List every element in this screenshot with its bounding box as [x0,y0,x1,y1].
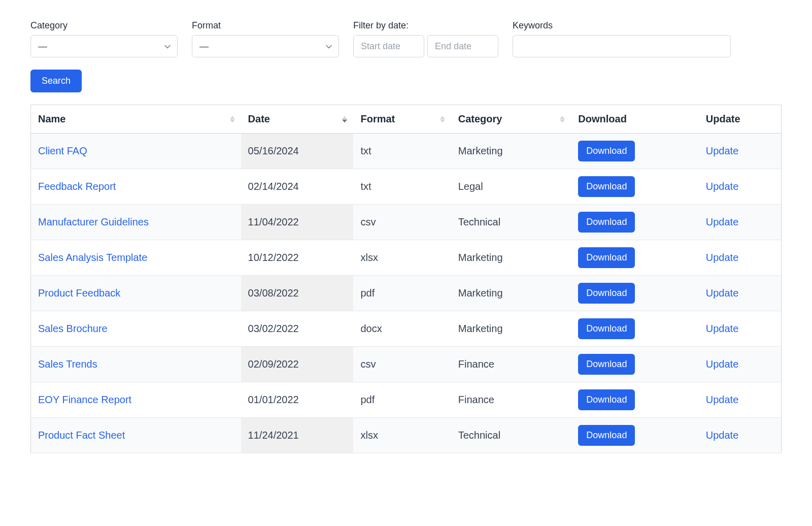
cell-format: txt [353,134,451,169]
filter-bar: Category — Format — Filter by date: [30,20,782,57]
format-select[interactable]: — [192,35,339,57]
column-header-label: Date [248,113,270,124]
table-row: Client FAQ05/16/2024txtMarketingDownload… [31,134,782,169]
cell-category: Legal [451,169,571,205]
sort-icon [560,116,565,122]
sort-icon [230,116,235,122]
document-name-link[interactable]: Feedback Report [38,181,116,192]
cell-category: Marketing [451,311,571,347]
cell-category: Technical [451,418,571,453]
document-name-link[interactable]: Manufacturer Guidelines [38,216,149,227]
document-name-link[interactable]: Sales Analysis Template [38,252,147,263]
cell-format: csv [353,205,451,240]
document-name-link[interactable]: EOY Finance Report [38,394,131,405]
download-button[interactable]: Download [578,141,635,161]
category-select[interactable]: — [30,35,178,57]
update-link[interactable]: Update [706,216,739,227]
format-filter: Format — [192,20,339,57]
cell-date: 02/14/2024 [241,169,354,205]
cell-date: 11/24/2021 [241,418,354,453]
format-label: Format [192,20,339,31]
cell-format: csv [353,347,451,382]
table-row: Sales Brochure03/02/2022docxMarketingDow… [31,311,782,347]
category-label: Category [30,20,178,31]
sort-icon [342,116,347,122]
column-header-label: Update [706,113,740,124]
column-header-name[interactable]: Name [31,105,241,134]
download-button[interactable]: Download [578,389,635,410]
cell-date: 10/12/2022 [241,240,354,276]
cell-category: Technical [451,205,571,240]
cell-date: 02/09/2022 [241,347,354,382]
download-button[interactable]: Download [578,425,635,446]
cell-category: Finance [451,347,571,382]
cell-format: pdf [353,382,451,418]
download-button[interactable]: Download [578,212,635,233]
cell-format: docx [353,311,451,347]
document-name-link[interactable]: Sales Brochure [38,323,108,334]
cell-date: 05/16/2024 [241,134,354,169]
column-header-download: Download [571,105,698,134]
table-row: Product Feedback03/08/2022pdfMarketingDo… [31,276,782,311]
download-button[interactable]: Download [578,176,635,197]
table-row: EOY Finance Report01/01/2022pdfFinanceDo… [31,382,782,418]
download-button[interactable]: Download [578,247,635,268]
keywords-input[interactable] [513,35,731,57]
start-date-input[interactable] [353,35,424,57]
keywords-label: Keywords [513,20,731,31]
table-row: Sales Trends02/09/2022csvFinanceDownload… [31,347,782,382]
table-row: Product Fact Sheet11/24/2021xlsxTechnica… [31,418,782,453]
update-link[interactable]: Update [706,252,739,263]
table-row: Manufacturer Guidelines11/04/2022csvTech… [31,205,782,240]
update-link[interactable]: Update [706,145,739,156]
cell-format: pdf [353,276,451,311]
keywords-filter: Keywords [513,20,731,57]
document-name-link[interactable]: Client FAQ [38,145,87,156]
end-date-input[interactable] [427,35,498,57]
document-name-link[interactable]: Sales Trends [38,358,97,370]
cell-category: Marketing [451,134,571,169]
column-header-update: Update [699,105,782,134]
column-header-label: Name [38,113,65,124]
cell-category: Marketing [451,276,571,311]
column-header-label: Download [578,113,627,124]
cell-date: 03/02/2022 [241,311,354,347]
cell-format: txt [353,169,451,205]
cell-format: xlsx [353,240,451,276]
column-header-label: Format [360,113,395,124]
cell-category: Finance [451,382,571,418]
download-button[interactable]: Download [578,283,635,304]
column-header-date[interactable]: Date [241,105,354,134]
date-filter: Filter by date: [353,20,498,57]
column-header-category[interactable]: Category [451,105,571,134]
documents-table: Name Date Format Category [30,105,782,453]
column-header-format[interactable]: Format [353,105,451,134]
download-button[interactable]: Download [578,354,635,375]
update-link[interactable]: Update [706,181,739,192]
update-link[interactable]: Update [706,358,739,370]
cell-category: Marketing [451,240,571,276]
cell-date: 01/01/2022 [241,382,354,418]
cell-date: 11/04/2022 [241,205,354,240]
update-link[interactable]: Update [706,287,739,299]
cell-format: xlsx [353,418,451,453]
category-filter: Category — [30,20,178,57]
document-name-link[interactable]: Product Fact Sheet [38,430,125,441]
table-row: Feedback Report02/14/2024txtLegalDownloa… [31,169,782,205]
search-button[interactable]: Search [30,70,82,92]
download-button[interactable]: Download [578,318,635,339]
cell-date: 03/08/2022 [241,276,354,311]
date-filter-label: Filter by date: [353,20,498,31]
document-name-link[interactable]: Product Feedback [38,287,120,299]
column-header-label: Category [458,113,502,124]
table-row: Sales Analysis Template10/12/2022xlsxMar… [31,240,782,276]
update-link[interactable]: Update [706,323,739,334]
sort-icon [440,116,445,122]
update-link[interactable]: Update [706,430,739,441]
update-link[interactable]: Update [706,394,739,405]
